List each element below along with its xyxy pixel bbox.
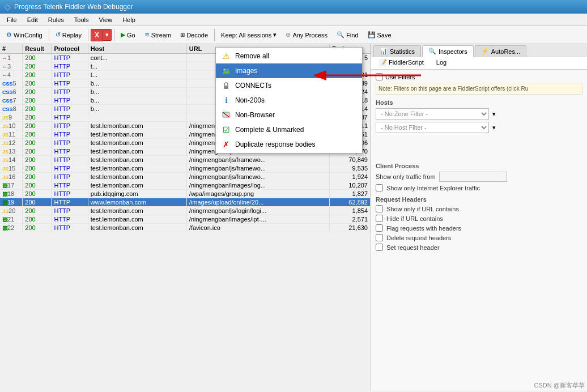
row-num: 13	[8, 148, 15, 155]
table-row[interactable]: 🖼22200HTTPtest.lemonban.com/favicon.ico2…	[0, 224, 371, 232]
table-row[interactable]: 🖼18200HTTPpub.idqqimg.com/wpa/images/gro…	[0, 190, 371, 198]
save-button[interactable]: 💾 Save	[364, 29, 395, 41]
table-row[interactable]: 🖼21200HTTPtest.lemonban.com/ningmengban/…	[0, 215, 371, 224]
host-filter-select[interactable]: - No Host Filter -	[376, 122, 489, 133]
use-filters-row: Use Filters	[376, 73, 582, 80]
table-row[interactable]: JS16200HTTPtest.lemonban.com/ningmengban…	[0, 173, 371, 181]
row-type-icon: 🖼	[2, 217, 7, 223]
table-row[interactable]: 🖼19200HTTPwww.lemonban.com/images/upload…	[0, 198, 371, 207]
row-host: www.lemonban.com	[88, 198, 186, 207]
traffic-from-row: Show only traffic from	[376, 172, 582, 182]
row-num: 1	[7, 54, 11, 61]
row-type-icon: ↔	[2, 56, 7, 61]
table-row[interactable]: JS20200HTTPtest.lemonban.com/ningmengban…	[0, 207, 371, 215]
go-button[interactable]: ▶ Go	[117, 29, 139, 41]
zone-filter-select[interactable]: - No Zone Filter -	[376, 108, 489, 120]
row-protocol: HTTP	[52, 224, 88, 232]
replay-button[interactable]: ↺ Replay	[52, 29, 86, 41]
keep-sessions-button[interactable]: Keep: All sessions ▾	[217, 29, 280, 41]
find-button[interactable]: 🔍 Find	[333, 29, 362, 41]
row-host: test.lemonban.com	[88, 224, 186, 232]
menu-help[interactable]: Help	[118, 15, 140, 24]
tab-autores[interactable]: ⚡ AutoRes...	[475, 45, 526, 57]
table-row[interactable]: JS14200HTTPtest.lemonban.com/ningmengban…	[0, 156, 371, 164]
row-num: 17	[7, 182, 14, 189]
table-row[interactable]: 🖼17200HTTPtest.lemonban.com/ningmengban/…	[0, 181, 371, 190]
warning-icon: ⚠	[222, 52, 231, 61]
row-protocol: HTTP	[52, 113, 88, 122]
row-body: 70,849	[329, 156, 370, 164]
col-result: Result	[23, 44, 52, 54]
any-process-button[interactable]: ⊕ Any Process	[282, 29, 331, 41]
row-result: 200	[23, 207, 52, 215]
tab-statistics[interactable]: 📊 Statistics	[373, 45, 421, 57]
menu-bar: File Edit Rules Tools View Help	[0, 14, 587, 26]
subtab-log[interactable]: Log	[431, 57, 452, 69]
row-num: 11	[8, 131, 15, 138]
row-protocol: HTTP	[52, 173, 88, 181]
dropdown-complete-unmarked[interactable]: ☑ Complete & Unmarked	[216, 122, 362, 137]
row-body: 9,535	[329, 164, 370, 173]
row-body: 62,892	[329, 198, 370, 207]
row-url: /ningmengban/js/framewo...	[186, 156, 329, 164]
fiddlerscript-icon: 📝	[379, 59, 387, 66]
row-body: 1,854	[329, 207, 370, 215]
use-filters-checkbox[interactable]	[376, 73, 383, 80]
menu-view[interactable]: View	[95, 15, 117, 24]
separator-1	[49, 29, 49, 41]
dropdown-non200[interactable]: ℹ Non-200s	[216, 93, 362, 108]
row-result: 200	[23, 173, 52, 181]
row-url: /ningmengban/js/login/logi...	[186, 207, 329, 215]
winconfig-button[interactable]: ⚙ WinConfig	[2, 29, 46, 41]
flag-headers-checkbox[interactable]	[376, 224, 383, 232]
save-icon: 💾	[368, 31, 376, 39]
row-result: 200	[23, 122, 52, 130]
autores-icon: ⚡	[481, 48, 489, 55]
dropdown-connects[interactable]: CONNECTs	[216, 78, 362, 93]
delete-headers-checkbox[interactable]	[376, 234, 383, 241]
tab-inspectors[interactable]: 🔍 Inspectors	[422, 45, 474, 57]
dropdown-images[interactable]: Images	[216, 63, 362, 78]
row-body: 21,630	[329, 224, 370, 232]
row-type-icon: JS	[2, 149, 8, 155]
row-num: 10	[8, 122, 15, 129]
menu-tools[interactable]: Tools	[70, 15, 93, 24]
set-header-checkbox[interactable]	[376, 244, 383, 251]
dropdown-non-browser[interactable]: Non-Browser	[216, 108, 362, 122]
url-contains-checkbox[interactable]	[376, 205, 383, 212]
checkmark-icon: ☑	[222, 125, 231, 134]
traffic-from-input[interactable]	[439, 172, 507, 182]
row-host: b...	[88, 105, 186, 113]
row-host: b...	[88, 79, 186, 88]
row-protocol: HTTP	[52, 181, 88, 190]
stream-button[interactable]: ≋ Stream	[141, 29, 175, 41]
row-host: test.lemonban.com	[88, 173, 186, 181]
menu-edit[interactable]: Edit	[23, 15, 42, 24]
dropdown-remove-all[interactable]: ⚠ Remove all	[216, 49, 362, 63]
find-icon: 🔍	[337, 31, 344, 39]
remove-x-dropdown-arrow[interactable]: ▾	[103, 29, 112, 41]
menu-file[interactable]: File	[2, 15, 22, 24]
filter-note: Note: Filters on this page are a Fiddler…	[376, 83, 582, 95]
row-protocol: HTTP	[52, 130, 88, 139]
row-num: 16	[8, 173, 15, 180]
table-row[interactable]: JS15200HTTPtest.lemonban.com/ningmengban…	[0, 164, 371, 173]
app-title: Progress Telerik Fiddler Web Debugger	[14, 3, 133, 11]
ie-traffic-checkbox[interactable]	[376, 184, 383, 191]
decode-button[interactable]: ⊞ Decode	[176, 29, 212, 41]
remove-x-button[interactable]: X	[91, 29, 103, 41]
row-result: 200	[23, 113, 52, 122]
row-num: 5	[13, 80, 16, 87]
row-url: /ningmengban/js/framewo...	[186, 164, 329, 173]
subtab-fiddlerscript[interactable]: 📝 FiddlerScript	[373, 57, 429, 69]
row-url: /ningmengban/images/log...	[186, 181, 329, 190]
request-headers-title: Request Headers	[376, 196, 582, 203]
menu-rules[interactable]: Rules	[44, 15, 69, 24]
x-dropdown-menu: ⚠ Remove all Images CONNECTs ℹ Non-200s	[215, 47, 363, 154]
dropdown-duplicate-bodies[interactable]: ✗ Duplicate response bodies	[216, 137, 362, 152]
info-icon: ℹ	[222, 96, 231, 105]
hide-url-checkbox[interactable]	[376, 215, 383, 222]
row-num: 4	[7, 71, 11, 78]
row-result: 200	[23, 198, 52, 207]
row-host: cont...	[88, 54, 186, 62]
